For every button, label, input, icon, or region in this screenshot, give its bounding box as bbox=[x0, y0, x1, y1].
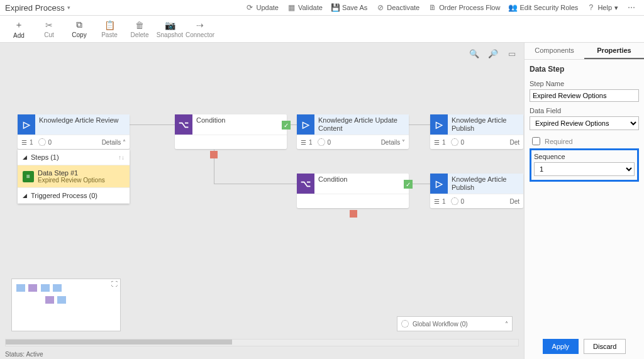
details-toggle[interactable]: Det bbox=[509, 139, 519, 146]
steps-label: Steps (1) bbox=[31, 153, 59, 161]
minimap-node bbox=[16, 284, 25, 292]
section-title: Data Step bbox=[530, 65, 639, 74]
help-icon: ? bbox=[587, 4, 595, 12]
delete-button[interactable]: 🗑Delete bbox=[125, 16, 155, 41]
stage-icon: ▷ bbox=[18, 114, 35, 135]
stage-node-publish-2[interactable]: ▷Knowledge Article Publish ☰10Det bbox=[430, 174, 523, 208]
validate-button[interactable]: ▦Validate bbox=[284, 3, 326, 13]
sequence-select[interactable]: 1 bbox=[534, 162, 635, 176]
datastep-title: Data Step #1 bbox=[38, 169, 105, 177]
cut-button[interactable]: ✂Cut bbox=[34, 16, 64, 41]
snapshot-button[interactable]: 📷Snapshot bbox=[155, 16, 185, 41]
node-title: Knowledge Article Publish bbox=[448, 114, 523, 135]
stage-node-review[interactable]: ▷Knowledge Article Review ☰10Details ˄ bbox=[18, 114, 130, 149]
validate-icon: ▦ bbox=[287, 4, 296, 12]
condition-icon: ⌥ bbox=[175, 114, 192, 135]
add-label: Add bbox=[13, 32, 25, 39]
node-title: Knowledge Article Update Content bbox=[314, 114, 409, 135]
condition-node-2[interactable]: ⌥Condition bbox=[297, 174, 409, 208]
orderflow-button[interactable]: 🗎Order Process Flow bbox=[425, 3, 504, 13]
process-count: 0 bbox=[461, 198, 465, 205]
connector-button[interactable]: ⇢Connector bbox=[185, 16, 215, 41]
datastep-sub: Expired Review Options bbox=[38, 177, 105, 184]
required-check[interactable] bbox=[532, 137, 540, 145]
paste-button[interactable]: 📋Paste bbox=[94, 16, 125, 41]
delete-icon: 🗑 bbox=[135, 20, 144, 30]
steps-icon: ☰ bbox=[434, 139, 440, 146]
discard-button[interactable]: Discard bbox=[584, 339, 626, 354]
steps-count: 1 bbox=[442, 198, 446, 205]
command-bar: ＋Add ✂Cut ⧉Copy 📋Paste 🗑Delete 📷Snapshot… bbox=[0, 16, 644, 43]
reorder-icon[interactable]: ↑↓ bbox=[118, 154, 125, 161]
help-button[interactable]: ?Help▾ bbox=[583, 3, 622, 13]
stage-node-publish-1[interactable]: ▷Knowledge Article Publish ☰10Det bbox=[430, 114, 523, 149]
steps-count: 1 bbox=[309, 139, 313, 146]
datafield-select[interactable]: Expired Review Options bbox=[530, 116, 639, 130]
update-button[interactable]: ⟳Update bbox=[242, 3, 282, 13]
node-title: Condition bbox=[192, 114, 229, 126]
steps-icon: ☰ bbox=[434, 198, 440, 205]
tab-properties[interactable]: Properties bbox=[584, 43, 644, 59]
spinner-icon bbox=[451, 197, 458, 205]
global-workflow[interactable]: Global Workflow (0) ˄ bbox=[397, 316, 513, 331]
details-toggle[interactable]: Details ˅ bbox=[381, 139, 405, 146]
stage-node-update[interactable]: ▷Knowledge Article Update Content ☰10Det… bbox=[297, 114, 409, 149]
horizontal-scrollbar[interactable] bbox=[5, 339, 519, 346]
save-icon: 💾 bbox=[331, 4, 340, 12]
steps-icon: ☰ bbox=[21, 139, 27, 146]
editroles-button[interactable]: 👥Edit Security Roles bbox=[505, 3, 582, 13]
steps-count: 1 bbox=[442, 139, 446, 146]
required-checkbox[interactable]: Required bbox=[530, 135, 639, 147]
camera-icon: 📷 bbox=[165, 20, 175, 30]
scrollbar-thumb[interactable] bbox=[6, 340, 232, 345]
sequence-label: Sequence bbox=[534, 153, 635, 160]
canvas[interactable]: 🔍 🔎 ▭ ▷Knowledge Article Review ☰10Detai… bbox=[0, 43, 524, 359]
minimap[interactable]: ⛶ bbox=[11, 279, 121, 331]
true-branch-icon: ✓ bbox=[404, 180, 413, 189]
triangle-icon: ◢ bbox=[23, 154, 27, 160]
condition-icon: ⌥ bbox=[297, 174, 314, 194]
datafield-label: Data Field bbox=[530, 107, 639, 114]
deactivate-icon: ⊘ bbox=[376, 4, 384, 12]
saveas-label: Save As bbox=[342, 4, 367, 11]
data-step-row[interactable]: ≡Data Step #1Expired Review Options bbox=[18, 165, 130, 188]
node-title: Condition bbox=[314, 174, 351, 185]
connector-line bbox=[130, 124, 175, 125]
editroles-label: Edit Security Roles bbox=[519, 4, 578, 11]
plus-icon: ＋ bbox=[14, 19, 23, 31]
stepname-input[interactable] bbox=[530, 89, 639, 102]
triangle-icon: ◢ bbox=[23, 192, 27, 199]
false-branch-icon bbox=[210, 151, 218, 158]
chevron-up-icon: ˄ bbox=[505, 321, 508, 328]
snapshot-label: Snapshot bbox=[157, 31, 183, 38]
deactivate-button[interactable]: ⊘Deactivate bbox=[372, 3, 423, 13]
steps-count: 1 bbox=[30, 139, 33, 146]
process-count: 0 bbox=[328, 139, 331, 146]
condition-node-1[interactable]: ⌥Condition bbox=[175, 114, 287, 149]
triggered-row[interactable]: ◢Triggered Process (0) bbox=[18, 188, 130, 204]
minimap-node bbox=[45, 296, 54, 304]
saveas-button[interactable]: 💾Save As bbox=[328, 3, 371, 13]
delete-label: Delete bbox=[131, 31, 149, 38]
title-text: Expired Process bbox=[5, 3, 65, 13]
details-toggle[interactable]: Det bbox=[509, 198, 519, 205]
minimap-node bbox=[57, 296, 66, 304]
status-bar: Status: Active bbox=[5, 351, 43, 358]
details-toggle[interactable]: Details ˄ bbox=[102, 139, 126, 146]
help-label: Help bbox=[597, 4, 612, 11]
maximize-icon[interactable]: ⛶ bbox=[111, 280, 118, 287]
order-icon: 🗎 bbox=[428, 4, 436, 12]
process-title[interactable]: Expired Process ▾ bbox=[5, 3, 70, 13]
connector-icon: ⇢ bbox=[196, 20, 204, 30]
more-button[interactable]: ⋯ bbox=[623, 3, 639, 13]
copy-icon: ⧉ bbox=[76, 19, 82, 30]
status-value: Active bbox=[26, 351, 43, 358]
add-button[interactable]: ＋Add bbox=[4, 16, 34, 41]
apply-button[interactable]: Apply bbox=[543, 339, 579, 354]
side-panel: Components Properties Data Step Step Nam… bbox=[524, 43, 644, 359]
steps-row[interactable]: ◢Steps (1)↑↓ bbox=[18, 150, 130, 165]
copy-button[interactable]: ⧉Copy bbox=[64, 16, 94, 41]
tab-components[interactable]: Components bbox=[525, 43, 584, 59]
copy-label: Copy bbox=[72, 31, 86, 38]
spinner-icon bbox=[38, 138, 46, 146]
